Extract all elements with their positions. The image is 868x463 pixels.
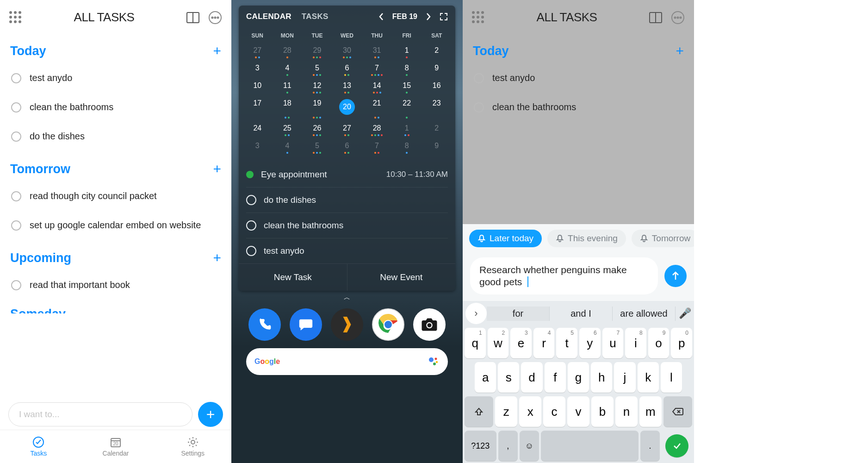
schedule-chip[interactable]: Later today (469, 230, 542, 247)
calendar-day[interactable]: 5 (302, 59, 332, 77)
calendar-day[interactable]: 26 (302, 119, 332, 137)
calendar-day[interactable]: 10 (242, 77, 273, 94)
nav-tasks[interactable]: Tasks (0, 430, 77, 463)
more-icon[interactable] (208, 11, 222, 25)
expand-icon[interactable] (440, 13, 448, 21)
suggestion-expand-icon[interactable]: › (465, 303, 487, 324)
key-m[interactable]: m (639, 396, 662, 427)
key-emoji[interactable]: ☺ (520, 431, 539, 461)
calendar-day[interactable]: 31 (362, 42, 392, 59)
task-row[interactable]: test anydo (473, 63, 684, 93)
calendar-day[interactable]: 30 (332, 42, 362, 59)
task-checkbox[interactable] (11, 280, 21, 290)
nav-calendar[interactable]: 20 Calendar (77, 430, 155, 463)
add-to-section-icon[interactable]: + (213, 250, 221, 266)
calendar-day[interactable]: 6 (332, 59, 362, 77)
plex-app-icon[interactable] (331, 308, 363, 341)
schedule-chip[interactable]: Tomorrow (632, 230, 694, 247)
menu-grip-icon[interactable] (472, 11, 485, 24)
task-checkbox[interactable] (246, 246, 256, 256)
widget-task-row[interactable]: do the dishes (246, 187, 448, 213)
calendar-day[interactable]: 2 (422, 119, 452, 137)
calendar-day[interactable]: 18 (273, 94, 303, 119)
key-t[interactable]: t5 (556, 328, 577, 358)
task-text-input[interactable]: Research whether penguins make good pets (470, 257, 658, 295)
task-row[interactable]: clean the bathrooms (10, 93, 221, 122)
key-b[interactable]: b (591, 396, 614, 427)
key-h[interactable]: h (591, 362, 612, 393)
calendar-day[interactable]: 25 (273, 119, 303, 137)
calendar-day[interactable]: 8 (392, 59, 422, 77)
suggestion-3[interactable]: are allowed (613, 307, 676, 321)
menu-grip-icon[interactable] (9, 11, 22, 24)
prev-month-icon[interactable] (378, 13, 384, 21)
key-shift[interactable] (465, 396, 493, 427)
calendar-day[interactable]: 20 (332, 94, 362, 119)
calendar-day[interactable]: 12 (302, 77, 332, 94)
task-checkbox[interactable] (11, 102, 21, 113)
calendar-day[interactable]: 5 (302, 137, 332, 155)
calendar-day[interactable]: 9 (422, 137, 452, 155)
key-l[interactable]: l (661, 362, 682, 393)
add-task-fab[interactable]: + (198, 402, 223, 427)
add-to-section-icon[interactable]: + (213, 43, 221, 59)
calendar-day[interactable]: 27 (242, 42, 273, 59)
app-drawer-handle[interactable]: ︿ (239, 291, 455, 307)
calendar-day[interactable]: 3 (242, 137, 273, 155)
widget-tab-tasks[interactable]: TASKS (302, 12, 329, 21)
suggestion-2[interactable]: and I (550, 307, 613, 321)
calendar-day[interactable]: 15 (392, 77, 422, 94)
key-g[interactable]: g (568, 362, 589, 393)
key-o[interactable]: o9 (648, 328, 670, 358)
quick-input[interactable]: I want to... (8, 402, 192, 426)
new-task-button[interactable]: New Task (239, 264, 347, 291)
new-event-button[interactable]: New Event (347, 264, 456, 291)
add-to-section-icon[interactable]: + (676, 43, 684, 59)
key-backspace[interactable] (663, 396, 692, 427)
mic-icon[interactable]: 🎤 (676, 307, 694, 319)
chrome-app-icon[interactable] (372, 308, 404, 341)
calendar-day[interactable]: 17 (242, 94, 273, 119)
key-a[interactable]: a (475, 362, 496, 393)
key-c[interactable]: c (543, 396, 565, 427)
task-checkbox[interactable] (246, 195, 256, 205)
columns-icon[interactable] (649, 11, 663, 25)
key-y[interactable]: y6 (579, 328, 601, 358)
key-p[interactable]: p0 (671, 328, 692, 358)
calendar-day[interactable]: 23 (422, 94, 452, 119)
key-symbols[interactable]: ?123 (465, 431, 496, 461)
phone-app-icon[interactable] (248, 308, 281, 341)
calendar-day[interactable]: 13 (332, 77, 362, 94)
submit-task-button[interactable] (664, 265, 687, 287)
widget-tab-calendar[interactable]: CALENDAR (246, 12, 291, 21)
key-d[interactable]: d (521, 362, 542, 393)
suggestion-1[interactable]: for (487, 307, 550, 321)
calendar-day[interactable]: 28 (273, 42, 303, 59)
task-checkbox[interactable] (474, 73, 484, 83)
key-enter[interactable] (665, 434, 688, 457)
calendar-day[interactable]: 9 (422, 59, 452, 77)
calendar-day[interactable]: 16 (422, 77, 452, 94)
key-w[interactable]: w2 (488, 328, 509, 358)
task-checkbox[interactable] (11, 73, 21, 83)
key-q[interactable]: q1 (465, 328, 486, 358)
widget-task-row[interactable]: clean the bathrooms (246, 213, 448, 238)
task-checkbox[interactable] (11, 131, 21, 142)
event-row[interactable]: Eye appointment10:30 – 11:30 AM (246, 162, 448, 187)
widget-date[interactable]: FEB 19 (392, 13, 417, 21)
calendar-day[interactable]: 21 (362, 94, 392, 119)
task-checkbox[interactable] (11, 191, 21, 201)
task-row[interactable]: read though city council packet (10, 181, 221, 211)
task-row[interactable]: clean the bathrooms (473, 93, 684, 122)
key-i[interactable]: i8 (625, 328, 646, 358)
calendar-day[interactable]: 19 (302, 94, 332, 119)
nav-settings[interactable]: Settings (154, 430, 231, 463)
calendar-day[interactable]: 1 (392, 42, 422, 59)
messages-app-icon[interactable] (290, 308, 322, 341)
task-checkbox[interactable] (11, 220, 21, 231)
more-icon[interactable] (671, 11, 685, 25)
key-s[interactable]: s (498, 362, 519, 393)
key-comma[interactable]: , (498, 431, 518, 461)
assistant-icon[interactable] (428, 356, 440, 368)
columns-icon[interactable] (186, 11, 200, 25)
